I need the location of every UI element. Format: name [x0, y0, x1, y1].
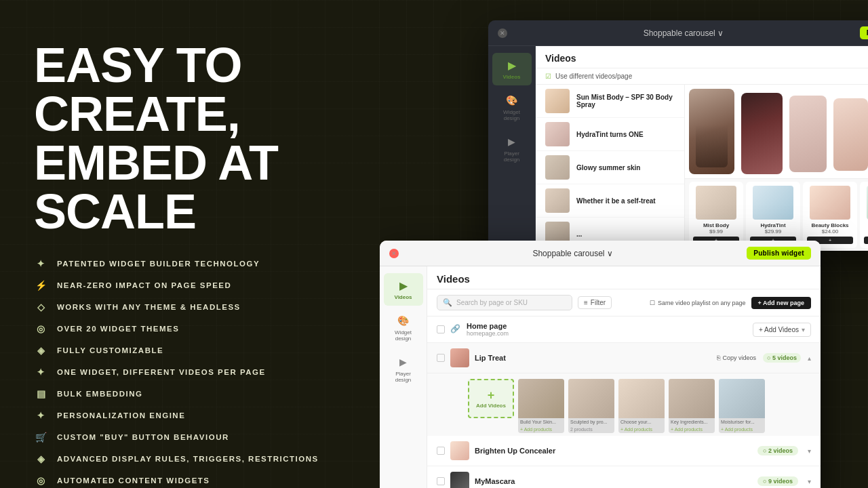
circle-icon: ◎ [34, 321, 49, 336]
lip-treat-video-count: ○ 5 videos [763, 353, 801, 363]
home-add-videos-button[interactable]: + Add Videos ▾ [753, 323, 811, 337]
feature-bulk: ▤ BULK EMBEDDING [34, 386, 346, 401]
back-video-item-3[interactable]: Glowy summer skin [536, 151, 684, 184]
lip-treat-video-tiles: + Add Videos Build Your Skin... + Add pr… [427, 373, 821, 436]
concealer-expand-icon[interactable]: ▾ [808, 447, 811, 455]
front-widget-design-icon: 🎨 [397, 314, 410, 327]
back-use-different: ☑ Use different videos/page [536, 68, 868, 85]
feature-personalization: ✦ PERSONALIZATION ENGINE [34, 408, 346, 423]
back-product-4[interactable]: CloudCream™ $15... + [860, 182, 868, 248]
filter-icon: ≡ [584, 299, 588, 306]
lightning-icon: ⚡ [34, 278, 49, 293]
layers-icon: ▤ [34, 386, 49, 401]
lip-treat-collapse-icon[interactable]: ▴ [808, 354, 811, 362]
copy-videos-button[interactable]: ⎘ Copy videos [717, 354, 756, 361]
back-video-item-2[interactable]: HydraTint turns ONE [536, 118, 684, 151]
front-sidebar-videos[interactable]: ▶ Videos [384, 273, 423, 306]
back-sidebar-videos-label: Videos [502, 74, 520, 80]
left-panel: EASY TO CREATE, EMBED AT SCALE ✦ PATENTE… [0, 0, 380, 488]
front-sidebar: ▶ Videos 🎨 Widget design ▶ Player design [380, 266, 427, 488]
concealer-row: Brighten Up Concealer ○ 2 videos ▾ [427, 436, 821, 466]
mascara-expand-icon[interactable]: ▾ [808, 478, 811, 485]
home-page-row: 🔗 Home page homepage.com + Add Videos ▾ [427, 317, 821, 343]
front-player-design-icon: ▶ [397, 355, 410, 369]
feature-theme: ◇ WORKS WITH ANY THEME & HEADLESS [34, 300, 346, 314]
video-tile-4[interactable]: Key Ingredients... + Add products [669, 379, 715, 433]
sparkle2-icon: ✦ [34, 365, 49, 380]
back-close-button[interactable]: ✕ [498, 28, 507, 38]
front-window-title: Shoppable carousel ∨ [532, 249, 612, 258]
back-sidebar-videos[interactable]: ▶ Videos [492, 53, 532, 85]
front-search-bar[interactable]: 🔍 Search by page or SKU [437, 295, 572, 310]
back-sidebar-widget-label: Widget design [496, 109, 528, 121]
front-mockup-window: ✕ Shoppable carousel ∨ Publish widget ▶ … [380, 241, 821, 488]
mascara-video-count: ○ 9 videos [757, 476, 798, 486]
back-product-3[interactable]: Beauty Blocks $24.00 + [803, 182, 857, 248]
right-panel: ✕ Shoppable carousel ∨ Publish ▶ Videos … [380, 0, 868, 488]
back-sidebar-player-design[interactable]: ▶ Player design [492, 129, 532, 168]
concealer-checkbox[interactable] [437, 447, 445, 455]
front-sidebar-videos-label: Videos [394, 294, 412, 300]
gear-icon: ◈ [34, 343, 49, 358]
front-toolbar: 🔍 Search by page or SKU ≡ Filter ☐ Same … [427, 289, 821, 317]
back-sidebar-player-label: Player design [496, 150, 528, 163]
cart-icon: 🛒 [34, 430, 49, 445]
feature-display-rules: ◈ ADVANCED DISPLAY RULES, TRIGGERS, REST… [34, 451, 346, 466]
back-mockup-window: ✕ Shoppable carousel ∨ Publish ▶ Videos … [488, 20, 868, 251]
refresh-icon: ◎ [34, 473, 49, 488]
front-close-button[interactable]: ✕ [389, 249, 399, 258]
lip-treat-section: Lip Treat ⎘ Copy videos ○ 5 videos [427, 343, 821, 436]
feature-buy-button: 🛒 CUSTOM "BUY" BUTTON BEHAVIOUR [34, 430, 346, 445]
sparkle-icon: ✦ [34, 256, 49, 271]
back-mockup-titlebar: ✕ Shoppable carousel ∨ Publish [488, 20, 868, 46]
back-widget-design-icon: 🎨 [505, 94, 519, 107]
back-video-item-4[interactable]: Whether it be a self-treat [536, 184, 684, 218]
video-tile-5[interactable]: Moisturiser for... + Add products [719, 379, 765, 433]
same-video-toggle[interactable]: ☐ Same video playlist on any page [650, 300, 746, 306]
front-videos-title: Videos [437, 273, 470, 285]
star-icon: ✦ [34, 408, 49, 423]
feature-speed: ⚡ NEAR-ZERO IMPACT ON PAGE SPEED [34, 278, 346, 293]
mascara-thumb [450, 472, 469, 488]
back-product-2[interactable]: HydraTint $29.99 + [746, 182, 800, 248]
video-tile-1[interactable]: Build Your Skin... + Add products [518, 379, 564, 433]
link-icon: 🔗 [450, 324, 461, 335]
add-new-page-button[interactable]: + Add new page [751, 297, 811, 309]
lip-treat-header: Lip Treat ⎘ Copy videos ○ 5 videos [427, 343, 821, 373]
feature-different-videos: ✦ ONE WIDGET, DIFFERENT VIDEOS PER PAGE [34, 365, 346, 380]
lip-treat-thumb [450, 348, 469, 367]
back-publish-button[interactable]: Publish [860, 26, 868, 39]
back-player-design-icon: ▶ [505, 135, 519, 148]
concealer-thumb [450, 441, 469, 460]
feature-patented: ✦ PATENTED WIDGET BUILDER TECHNOLOGY [34, 256, 346, 271]
video-tile-3[interactable]: Choose your... + Add products [618, 379, 665, 433]
expand-icon: ▾ [802, 326, 805, 333]
feature-automated: ◎ AUTOMATED CONTENT WIDGETS [34, 473, 346, 488]
back-videos-header: Videos [536, 46, 868, 68]
front-videos-icon: ▶ [397, 279, 410, 292]
back-videos-icon: ▶ [505, 58, 519, 72]
video-tile-2[interactable]: Sculpted by pro... 2 products [568, 379, 614, 433]
home-page-info: Home page homepage.com [467, 322, 747, 337]
concealer-video-count: ○ 2 videos [757, 446, 798, 455]
back-add-product-4[interactable]: + [864, 237, 868, 244]
front-sidebar-player-design[interactable]: ▶ Player design [384, 350, 423, 388]
concealer-info: Brighten Up Concealer [475, 447, 752, 455]
back-product-1[interactable]: Mist Body $9.99 + [689, 182, 743, 248]
front-sidebar-player-label: Player design [388, 371, 419, 383]
lip-treat-checkbox[interactable] [437, 354, 445, 362]
settings-icon: ◈ [34, 451, 49, 466]
home-page-checkbox[interactable] [437, 325, 445, 333]
back-video-item-1[interactable]: Sun Mist Body – SPF 30 Body Spray [536, 85, 684, 118]
mascara-row: MyMascara ○ 9 videos ▾ [427, 466, 821, 488]
back-sidebar-widget-design[interactable]: 🎨 Widget design [492, 88, 532, 127]
feature-themes20: ◎ OVER 20 WIDGET THEMES [34, 321, 346, 336]
front-mockup-titlebar: ✕ Shoppable carousel ∨ Publish widget [380, 241, 821, 266]
front-filter-button[interactable]: ≡ Filter [578, 296, 612, 309]
back-window-title: Shoppable carousel ∨ [644, 28, 724, 38]
add-video-tile[interactable]: + Add Videos [468, 379, 514, 418]
mascara-checkbox[interactable] [437, 477, 445, 485]
diamond-icon: ◇ [34, 300, 49, 314]
front-sidebar-widget-design[interactable]: 🎨 Widget design [384, 308, 423, 347]
front-publish-button[interactable]: Publish widget [747, 247, 811, 260]
